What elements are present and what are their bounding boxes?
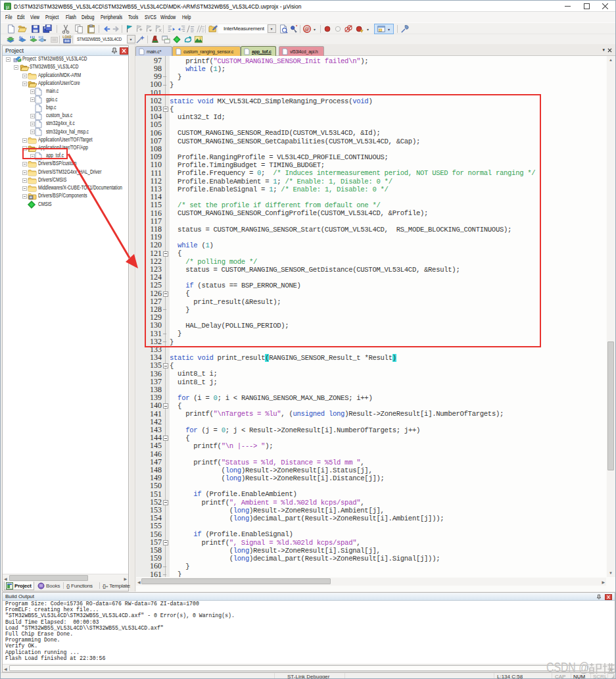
svg-text:LOAD: LOAD bbox=[62, 36, 72, 39]
svg-text:@: @ bbox=[304, 26, 310, 32]
svg-text:µ: µ bbox=[6, 4, 9, 10]
